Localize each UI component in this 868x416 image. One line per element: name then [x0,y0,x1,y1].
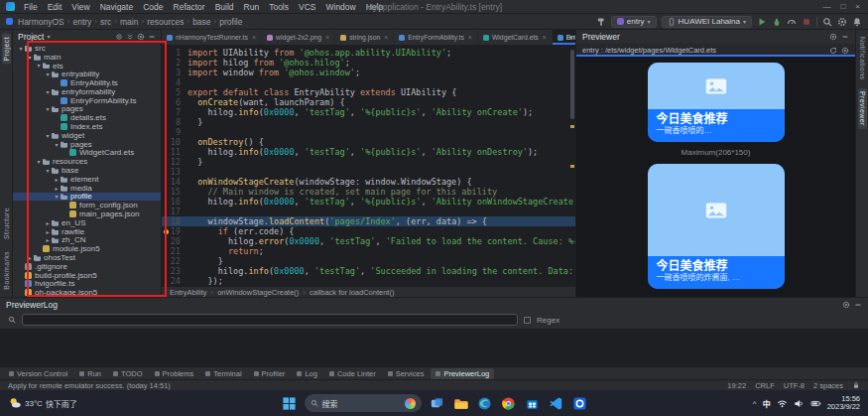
panel-settings-gear-icon[interactable] [137,33,145,41]
tree-item-pages[interactable]: ▾pages [13,140,161,149]
start-button[interactable] [281,395,298,412]
menu-navigate[interactable]: Navigate [95,2,139,12]
tree-item-ets[interactable]: ▾ets [13,62,161,70]
tab-close-icon[interactable]: × [543,34,547,41]
tree-item-details-ets[interactable]: details.ets [13,113,161,122]
clock[interactable]: 15:56 2023/9/22 [827,395,860,412]
tree-expanded-caret-icon[interactable]: ▾ [44,132,52,139]
code-line[interactable]: 19 if (err.code) { [162,226,575,236]
taskbar-app-chrome[interactable] [500,395,517,412]
menu-file[interactable]: File [19,2,43,12]
close-button[interactable]: × [855,2,860,11]
line-number[interactable]: 16 [162,197,187,207]
editor-breadcrumb-item[interactable]: EntryAbility [170,288,207,297]
log-search-input[interactable] [22,314,518,326]
tree-item-base[interactable]: ▾base [13,166,161,175]
tree-item-widget[interactable]: ▾widget [13,131,161,140]
tree-collapsed-caret-icon[interactable]: ▸ [44,219,52,226]
breadcrumb-item-main[interactable]: main [120,17,138,27]
tree-expanded-caret-icon[interactable]: ▾ [26,54,34,61]
previewer-hide-icon[interactable] [841,33,849,41]
tree-collapsed-caret-icon[interactable]: ▸ [53,185,61,192]
line-number[interactable]: 14 [162,177,187,187]
breadcrumb-item-entry[interactable]: entry [72,17,91,27]
taskbar-app-store[interactable] [524,395,541,412]
strip-item-project[interactable]: Project [2,34,11,65]
line-number[interactable]: 10 [162,137,187,147]
regex-checkbox[interactable] [524,317,531,324]
tree-item-entryformability-ts[interactable]: EntryFormAbility.ts [13,96,161,105]
wifi-icon[interactable] [777,398,788,409]
code-line[interactable]: 8 } [162,117,575,127]
tray-expand-icon[interactable]: ^ [753,399,757,408]
stop-button[interactable] [802,17,811,27]
tree-item-build-profile-json5[interactable]: build-profile.json5 [13,271,161,280]
breadcrumb-item-profile[interactable]: profile [219,17,242,27]
toolwindow-problems-button[interactable]: Problems [150,368,199,379]
code-line[interactable]: 6 onCreate(want, launchParam) { [162,97,575,107]
strip-item-structure[interactable]: Structure [2,205,11,242]
toolwindow-previewerlog-button[interactable]: PreviewerLog [431,368,494,379]
tree-expanded-caret-icon[interactable]: ▾ [44,167,52,174]
log-hide-icon[interactable] [854,301,862,309]
menu-vcs[interactable]: VCS [294,2,320,12]
tree-item-media[interactable]: ▸media [13,184,161,193]
tree-collapsed-caret-icon[interactable]: ▸ [26,254,34,261]
line-number[interactable]: 18 [162,216,187,226]
breadcrumb-item-base[interactable]: base [192,17,210,27]
notifications-bell-icon[interactable] [852,17,862,27]
editor-tab-entryformability-ts[interactable]: EntryFormAbility.ts× [394,30,478,45]
toolwindow-log-button[interactable]: Log [292,368,322,379]
taskbar-app-edge[interactable] [476,395,493,412]
breadcrumb-item-resources[interactable]: resources [147,17,184,27]
tree-item-element[interactable]: ▸element [13,175,161,184]
tree-collapsed-caret-icon[interactable]: ▸ [44,228,52,235]
tree-item--gitignore[interactable]: .gitignore [13,262,161,271]
line-number[interactable]: 24 [162,276,187,286]
menu-view[interactable]: View [66,2,94,12]
tree-item-module-json5[interactable]: module.json5 [13,244,161,253]
gutter-mark-icon[interactable] [164,229,169,234]
line-number[interactable]: 8 [162,117,187,127]
collapse-all-icon[interactable] [126,33,134,41]
code-line[interactable]: 4 [162,77,575,87]
weather-widget[interactable]: 33°C 快下雨了 [0,396,85,410]
tree-item-pages[interactable]: ▾pages [13,105,161,114]
build-hammer-icon[interactable] [596,17,606,27]
tree-item-entryability[interactable]: ▾entryability [13,69,161,78]
hidden-tabs-icon[interactable]: ▾ [568,34,572,42]
tree-expanded-caret-icon[interactable]: ▾ [44,70,52,77]
menu-code[interactable]: Code [138,2,168,12]
volume-icon[interactable] [794,398,805,409]
ime-indicator[interactable]: 中 [763,398,771,409]
code-line[interactable]: 12 } [162,157,575,167]
line-number[interactable]: 9 [162,127,187,137]
code-line[interactable]: 20 hilog.error(0x0000, 'testTag', 'Faile… [162,236,575,246]
tab-close-icon[interactable]: × [252,34,256,41]
minimize-button[interactable]: — [822,2,830,11]
tree-item-widgetcard-ets[interactable]: WidgetCard.ets [13,149,161,158]
line-number[interactable]: 1 [162,48,187,58]
previewer-more-gear-icon[interactable] [841,47,849,55]
tree-item-ohostest[interactable]: ▸ohosTest [13,253,161,262]
line-number[interactable]: 22 [162,256,187,266]
tree-item-hvigorfile-ts[interactable]: hvigorfile.ts [13,280,161,289]
toolwindow-version-control-button[interactable]: Version Control [4,368,72,379]
code-line[interactable]: 21 return; [162,246,575,256]
menu-build[interactable]: Build [210,2,239,12]
run-config-select[interactable]: entry ▾ [611,16,657,28]
code-line[interactable]: 7 hilog.info(0x0000, 'testTag', '%{publi… [162,107,575,117]
editor-breadcrumb-item[interactable]: onWindowStageCreate() [217,288,299,297]
code-line[interactable]: 14 onWindowStageCreate(windowStage: wind… [162,177,575,187]
tab-close-icon[interactable]: × [468,34,472,41]
line-number[interactable]: 2 [162,58,187,68]
tree-item-src[interactable]: ▾src [13,44,161,53]
line-number[interactable]: 11 [162,147,187,157]
code-line[interactable]: 16 hilog.info(0x0000, 'testTag', '%{publ… [162,197,575,207]
line-number[interactable]: 20 [162,236,187,246]
settings-gear-icon[interactable] [837,17,847,27]
status-caret-position[interactable]: 19:22 [727,381,746,390]
strip-item-bookmarks[interactable]: Bookmarks [2,248,11,293]
tree-item-oh-package-json5[interactable]: oh-package.json5 [13,288,161,297]
toolwindow-run-button[interactable]: Run [74,368,106,379]
